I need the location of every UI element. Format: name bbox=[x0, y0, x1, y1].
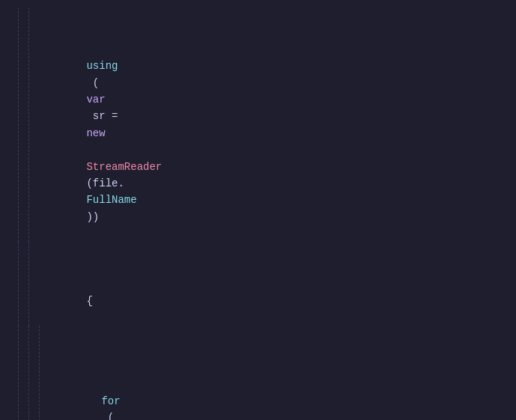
code-editor: using ( var sr = new StreamReader (file.… bbox=[0, 0, 516, 420]
keyword-using: using bbox=[86, 60, 118, 72]
code-line-3: for ( int i = 1 ; i < line; i++) bbox=[0, 326, 516, 420]
code-line-2: { bbox=[0, 242, 516, 326]
code-line-1: using ( var sr = new StreamReader (file.… bbox=[0, 7, 516, 242]
